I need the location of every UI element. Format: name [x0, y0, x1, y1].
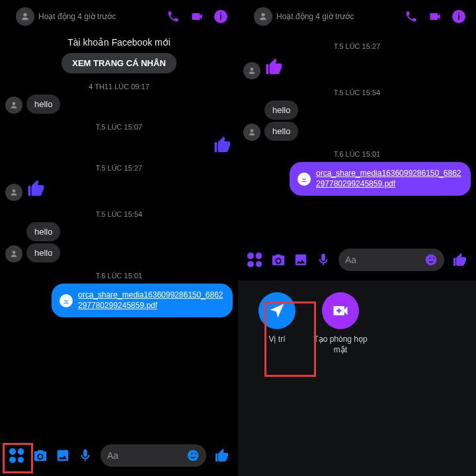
message-row: hello	[243, 122, 471, 141]
message-row: orca_share_media1636099286150_6862297780…	[5, 284, 233, 317]
message-input[interactable]: Aa	[338, 249, 444, 271]
mic-button[interactable]	[78, 448, 93, 463]
message-thread: Tài khoản Facebook mới XEM TRANG CÁ NHÂN…	[0, 33, 238, 439]
message-thread: T.5 LÚC 15:27 T.5 LÚC 15:54 hello hello …	[238, 33, 476, 243]
file-attachment-sent[interactable]: orca_share_media1636099286150_6862297780…	[52, 284, 233, 317]
apps-button[interactable]	[8, 447, 25, 464]
composer-bar: Aa	[238, 243, 476, 280]
video-call-button[interactable]	[428, 10, 442, 23]
sender-avatar[interactable]	[5, 97, 22, 114]
activity-status: Hoạt động 4 giờ trước	[38, 12, 116, 21]
chat-header: Hoạt động 4 giờ trước i	[238, 0, 476, 33]
download-icon	[60, 294, 73, 307]
timestamp: T.5 LÚC 15:27	[5, 164, 233, 172]
thumbs-up-received	[26, 178, 46, 198]
input-placeholder: Aa	[345, 255, 424, 265]
chat-header: Hoạt động 4 giờ trước i	[0, 0, 238, 33]
sender-avatar[interactable]	[5, 245, 22, 262]
thumbs-up-received	[264, 57, 284, 77]
right-panel: Hoạt động 4 giờ trước i T.5 LÚC 15:27 T.…	[238, 0, 476, 476]
view-profile-button[interactable]: XEM TRANG CÁ NHÂN	[61, 53, 177, 73]
message-row: hello	[243, 100, 471, 120]
message-row: hello	[5, 95, 233, 114]
file-name: orca_share_media1636099286150_6862297780…	[316, 169, 463, 189]
location-icon	[258, 292, 296, 329]
emoji-icon[interactable]	[424, 253, 438, 266]
download-icon	[298, 173, 311, 186]
sender-avatar[interactable]	[243, 124, 260, 141]
left-panel: Hoạt động 4 giờ trước i Tài khoản Facebo…	[0, 0, 238, 476]
timestamp: 4 TH11 LÚC 09:17	[5, 83, 233, 91]
activity-status: Hoạt động 4 giờ trước	[276, 12, 354, 21]
composer-bar: Aa	[0, 439, 238, 476]
timestamp: T.5 LÚC 15:54	[243, 89, 471, 97]
camera-button[interactable]	[33, 448, 48, 463]
gallery-button[interactable]	[294, 253, 308, 267]
message-row	[5, 176, 233, 201]
header-avatar[interactable]	[16, 7, 34, 26]
timestamp: T.5 LÚC 15:27	[243, 42, 471, 50]
thumbs-up-sent	[5, 135, 233, 155]
incoming-message[interactable]: hello	[26, 95, 60, 114]
create-room-label: Tạo phòng họp mặt	[311, 335, 370, 355]
message-row: hello	[5, 222, 233, 241]
info-button[interactable]: i	[214, 10, 227, 23]
location-tile[interactable]: Vị trí	[247, 292, 307, 345]
emoji-icon[interactable]	[186, 449, 200, 462]
timestamp: T.6 LÚC 15:01	[243, 150, 471, 158]
input-placeholder: Aa	[107, 450, 186, 461]
incoming-message[interactable]: hello	[264, 100, 298, 120]
create-room-tile[interactable]: Tạo phòng họp mặt	[311, 292, 370, 355]
incoming-message[interactable]: hello	[26, 222, 60, 241]
header-avatar[interactable]	[254, 7, 272, 26]
file-attachment-sent[interactable]: orca_share_media1636099286150_6862297780…	[290, 162, 471, 196]
like-button[interactable]	[214, 448, 230, 463]
message-row: orca_share_media1636099286150_6862297780…	[243, 162, 471, 196]
app-drawer: Vị trí Tạo phòng họp mặt	[238, 280, 476, 476]
apps-button[interactable]	[246, 251, 263, 268]
gallery-button[interactable]	[56, 448, 70, 463]
video-call-button[interactable]	[190, 10, 204, 23]
new-account-title: Tài khoản Facebook mới	[5, 37, 233, 48]
like-button[interactable]	[452, 252, 468, 268]
back-button[interactable]	[243, 5, 254, 28]
message-row: hello	[5, 243, 233, 262]
message-input[interactable]: Aa	[100, 444, 206, 467]
timestamp: T.5 LÚC 15:07	[5, 123, 233, 131]
back-button[interactable]	[5, 5, 16, 28]
incoming-message[interactable]: hello	[264, 122, 298, 141]
voice-call-button[interactable]	[405, 10, 418, 23]
video-plus-icon	[322, 292, 359, 329]
info-button[interactable]: i	[452, 10, 465, 23]
sender-avatar[interactable]	[243, 62, 260, 79]
timestamp: T.6 LÚC 15:01	[5, 272, 233, 280]
file-name: orca_share_media1636099286150_6862297780…	[78, 290, 225, 311]
sender-avatar[interactable]	[5, 184, 22, 201]
voice-call-button[interactable]	[167, 10, 180, 23]
camera-button[interactable]	[271, 253, 286, 267]
incoming-message[interactable]: hello	[26, 243, 60, 262]
timestamp: T.5 LÚC 15:54	[5, 210, 233, 218]
location-label: Vị trí	[268, 335, 285, 345]
message-row	[243, 54, 471, 79]
mic-button[interactable]	[316, 253, 331, 267]
